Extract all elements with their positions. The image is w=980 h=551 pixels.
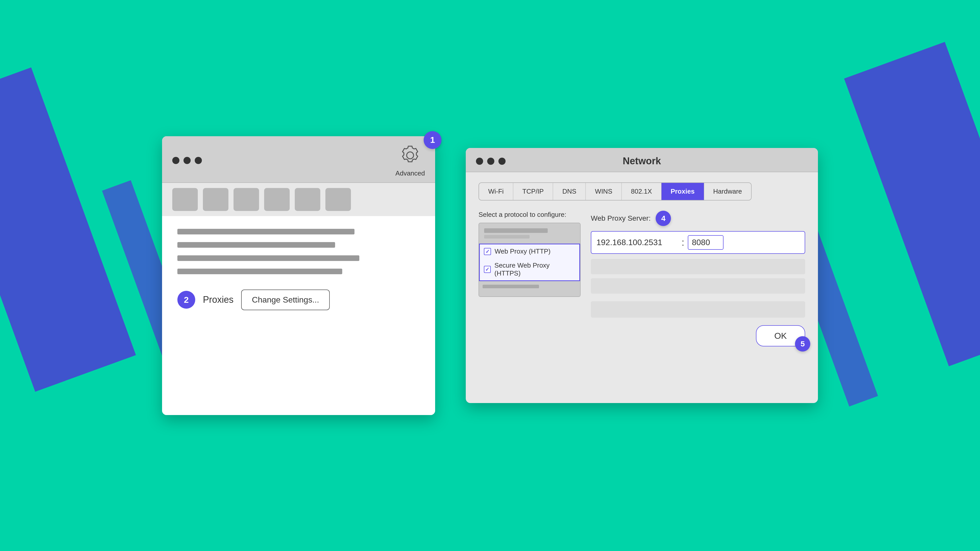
checkbox-https[interactable]: ✓ [484,266,491,273]
checkmark-https: ✓ [485,266,490,272]
protocol-https-label: Secure Web Proxy (HTTPS) [494,262,575,277]
proxy-bottom-field [591,301,805,318]
traffic-light-r1 [476,158,483,165]
traffic-lights-right [476,158,506,165]
checkmark-http: ✓ [485,248,490,254]
left-panel: Select a protocol to configure: 3 [479,211,581,346]
protocol-http-label: Web Proxy (HTTP) [495,248,550,256]
toolbar-buttons [162,188,435,216]
toolbar-btn-6[interactable] [325,188,351,211]
traffic-light-r2 [487,158,494,165]
proxy-separator: : [682,237,684,248]
protocol-list-bottom [479,281,580,297]
select-protocol-label: Select a protocol to configure: [479,211,581,219]
tab-tcpip[interactable]: TCP/IP [513,183,553,200]
traffic-light-r3 [498,158,506,165]
advanced-section: Advanced [395,144,425,177]
step2-badge: 2 [177,291,195,309]
protocol-placeholder-2 [484,235,530,238]
right-window: Network Wi-Fi TCP/IP DNS WINS 802.1X Pro… [466,148,818,403]
gear-icon [399,144,422,167]
protocol-list: 3 ✓ Web Proxy (HTTP [479,223,581,297]
tab-wins[interactable]: WINS [586,183,622,200]
protocol-item-https[interactable]: ✓ Secure Web Proxy (HTTPS) [480,259,579,280]
protocol-selected-box: ✓ Web Proxy (HTTP) ✓ Secure Web Proxy (H… [479,244,580,281]
protocol-placeholder-1 [484,228,548,233]
content-line-3 [177,256,360,261]
proxy-field-2 [591,278,805,294]
step4-badge: 4 [655,211,671,226]
tab-hardware[interactable]: Hardware [704,183,751,200]
toolbar-btn-2[interactable] [203,188,228,211]
proxies-label: Proxies [203,294,234,305]
left-window: 1 Advanced [162,136,435,415]
proxy-ip-input[interactable] [597,238,678,247]
proxies-row: 2 Proxies Change Settings... [177,289,420,310]
network-window-title: Network [623,156,661,167]
content-area: Select a protocol to configure: 3 [479,211,805,346]
proxy-server-row: : [591,231,805,254]
traffic-light-3 [195,157,202,164]
proxy-port-input[interactable] [688,235,724,250]
right-panel: Web Proxy Server: 4 : [591,211,805,346]
traffic-lights-left [172,157,202,164]
step5-badge: 5 [795,336,810,351]
tab-8021x[interactable]: 802.1X [622,183,661,200]
toolbar-btn-5[interactable] [295,188,320,211]
main-container: 1 Advanced [0,0,980,551]
tab-proxies[interactable]: Proxies [662,183,704,200]
change-settings-button[interactable]: Change Settings... [241,289,330,310]
toolbar-btn-1[interactable] [172,188,198,211]
protocol-placeholder-3 [483,285,539,288]
right-window-titlebar: Network [466,148,818,172]
proxy-field-1 [591,259,805,274]
tab-dns[interactable]: DNS [553,183,586,200]
protocol-list-top [479,223,580,244]
tabs-container: Wi-Fi TCP/IP DNS WINS 802.1X Proxies Har… [479,183,752,200]
tab-wifi[interactable]: Wi-Fi [479,183,513,200]
toolbar-btn-4[interactable] [264,188,290,211]
traffic-light-2 [183,157,191,164]
content-line-1 [177,229,355,234]
right-window-body: Wi-Fi TCP/IP DNS WINS 802.1X Proxies Har… [466,172,818,381]
content-line-4 [177,268,342,274]
advanced-label: Advanced [395,169,425,177]
step1-badge: 1 [424,131,442,149]
protocol-item-http[interactable]: ✓ Web Proxy (HTTP) [480,245,579,259]
content-lines [177,229,420,274]
web-proxy-header: Web Proxy Server: 4 [591,211,805,226]
left-window-titlebar: Advanced [162,136,435,183]
web-proxy-server-label: Web Proxy Server: [591,214,651,222]
ok-row: OK 5 [591,325,805,346]
checkbox-http[interactable]: ✓ [484,248,491,255]
left-window-body: 2 Proxies Change Settings... [162,216,435,415]
traffic-light-1 [172,157,180,164]
toolbar-btn-3[interactable] [234,188,259,211]
content-line-2 [177,242,335,248]
